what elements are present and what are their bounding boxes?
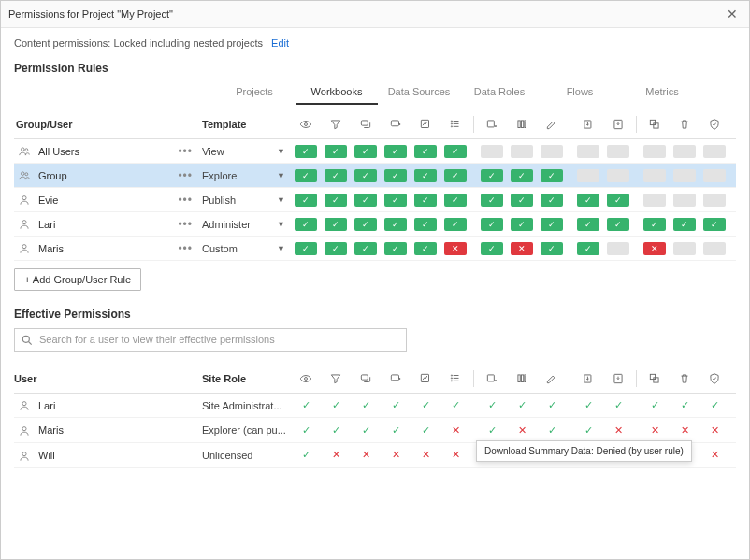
capability-cell[interactable] xyxy=(700,169,729,182)
capability-cell[interactable]: ✓ xyxy=(411,194,440,207)
template-dropdown[interactable]: ▼ xyxy=(271,220,291,229)
search-input[interactable] xyxy=(39,334,400,345)
effective-capability: ✓ xyxy=(381,424,411,437)
capability-cell[interactable] xyxy=(573,169,603,182)
capability-cell[interactable] xyxy=(670,169,700,182)
capability-cell[interactable]: ✓ xyxy=(537,242,567,255)
capability-cell[interactable] xyxy=(640,194,670,207)
capability-cell[interactable]: ✓ xyxy=(411,242,440,255)
template-dropdown[interactable]: ▼ xyxy=(271,195,291,205)
capability-cell[interactable]: ✓ xyxy=(351,145,381,158)
template-dropdown[interactable]: ▼ xyxy=(271,244,291,253)
capability-cell[interactable]: ✕ xyxy=(440,242,470,255)
capability-cell[interactable] xyxy=(507,145,537,158)
capability-cell[interactable] xyxy=(700,194,729,207)
capability-cell[interactable] xyxy=(700,145,729,158)
capability-cell[interactable]: ✓ xyxy=(573,218,603,231)
capability-cell[interactable]: ✓ xyxy=(537,169,567,182)
edit-link[interactable]: Edit xyxy=(271,37,289,49)
row-actions-menu[interactable]: ••• xyxy=(168,218,202,231)
capability-cell[interactable]: ✓ xyxy=(477,242,507,255)
capability-cell[interactable] xyxy=(603,242,633,255)
capability-cell[interactable]: ✓ xyxy=(291,169,321,182)
capability-cell[interactable]: ✓ xyxy=(291,218,321,231)
capability-cell[interactable]: ✓ xyxy=(291,145,321,158)
capability-cell[interactable]: ✓ xyxy=(351,169,381,182)
capability-cell[interactable] xyxy=(603,169,633,182)
capability-cell[interactable]: ✓ xyxy=(507,194,537,207)
svg-point-23 xyxy=(22,221,26,224)
capability-cell[interactable]: ✓ xyxy=(603,194,633,207)
capability-cell[interactable]: ✓ xyxy=(381,194,411,207)
row-actions-menu[interactable]: ••• xyxy=(168,194,202,207)
rule-row[interactable]: Maris•••Custom▼✓✓✓✓✓✕✓✕✓✓✕ xyxy=(14,237,736,261)
rule-row[interactable]: Evie•••Publish▼✓✓✓✓✓✓✓✓✓✓✓ xyxy=(14,188,736,212)
capability-cell[interactable]: ✓ xyxy=(440,194,470,207)
capability-cell[interactable] xyxy=(573,145,603,158)
row-actions-menu[interactable]: ••• xyxy=(168,145,202,158)
capability-cell[interactable]: ✓ xyxy=(321,145,351,158)
capability-cell[interactable]: ✓ xyxy=(411,169,440,182)
capability-cell[interactable] xyxy=(670,194,700,207)
capability-cell[interactable]: ✓ xyxy=(640,218,670,231)
effective-search[interactable] xyxy=(14,328,407,352)
capability-cell[interactable]: ✓ xyxy=(351,194,381,207)
capability-cell[interactable]: ✓ xyxy=(381,145,411,158)
capability-cell[interactable]: ✓ xyxy=(351,242,381,255)
effective-row[interactable]: LariSite Administrat...✓✓✓✓✓✓✓✓✓✓✓✓✓✓ xyxy=(14,394,736,419)
capability-cell[interactable]: ✓ xyxy=(603,218,633,231)
capability-cell[interactable]: ✓ xyxy=(321,218,351,231)
capability-cell[interactable]: ✓ xyxy=(507,218,537,231)
capability-cell[interactable]: ✓ xyxy=(321,169,351,182)
capability-cell[interactable] xyxy=(640,169,670,182)
capability-cell[interactable]: ✕ xyxy=(640,242,670,255)
tab-metrics[interactable]: Metrics xyxy=(621,80,703,105)
capability-cell[interactable] xyxy=(477,145,507,158)
template-dropdown[interactable]: ▼ xyxy=(271,171,291,180)
capability-cell[interactable]: ✓ xyxy=(291,194,321,207)
capability-cell[interactable]: ✓ xyxy=(440,169,470,182)
filter-icon xyxy=(321,372,351,385)
tab-data-roles[interactable]: Data Roles xyxy=(460,80,539,105)
capability-cell[interactable]: ✓ xyxy=(700,218,729,231)
close-icon[interactable]: ✕ xyxy=(723,7,742,22)
tab-projects[interactable]: Projects xyxy=(213,80,296,105)
capability-cell[interactable]: ✓ xyxy=(381,218,411,231)
capability-cell[interactable] xyxy=(670,145,700,158)
capability-cell[interactable]: ✓ xyxy=(477,169,507,182)
capability-cell[interactable]: ✓ xyxy=(411,145,440,158)
tab-data-sources[interactable]: Data Sources xyxy=(378,80,460,105)
capability-cell[interactable]: ✓ xyxy=(507,169,537,182)
capability-cell[interactable]: ✓ xyxy=(381,242,411,255)
capability-cell[interactable] xyxy=(603,145,633,158)
tab-workbooks[interactable]: Workbooks xyxy=(296,80,378,105)
tab-flows[interactable]: Flows xyxy=(539,80,621,105)
template-dropdown[interactable]: ▼ xyxy=(271,147,291,156)
capability-cell[interactable]: ✓ xyxy=(573,194,603,207)
rule-row[interactable]: Lari•••Administer▼✓✓✓✓✓✓✓✓✓✓✓✓✓✓ xyxy=(14,212,736,237)
rule-row[interactable]: All Users•••View▼✓✓✓✓✓✓ xyxy=(14,139,736,164)
capability-cell[interactable]: ✓ xyxy=(537,194,567,207)
capability-cell[interactable] xyxy=(640,145,670,158)
capability-cell[interactable] xyxy=(537,145,567,158)
capability-cell[interactable]: ✓ xyxy=(477,218,507,231)
rule-row[interactable]: Group•••Explore▼✓✓✓✓✓✓✓✓✓ xyxy=(14,164,736,188)
capability-cell[interactable]: ✓ xyxy=(351,218,381,231)
capability-cell[interactable]: ✓ xyxy=(477,194,507,207)
capability-cell[interactable]: ✓ xyxy=(411,218,440,231)
capability-cell[interactable] xyxy=(700,242,729,255)
capability-cell[interactable]: ✓ xyxy=(321,242,351,255)
row-actions-menu[interactable]: ••• xyxy=(168,169,202,182)
capability-cell[interactable]: ✓ xyxy=(291,242,321,255)
capability-cell[interactable]: ✓ xyxy=(440,145,470,158)
capability-cell[interactable]: ✓ xyxy=(670,218,700,231)
capability-cell[interactable]: ✓ xyxy=(440,218,470,231)
capability-cell[interactable]: ✓ xyxy=(321,194,351,207)
capability-cell[interactable] xyxy=(670,242,700,255)
capability-cell[interactable]: ✕ xyxy=(507,242,537,255)
capability-cell[interactable]: ✓ xyxy=(573,242,603,255)
row-actions-menu[interactable]: ••• xyxy=(168,242,202,255)
capability-cell[interactable]: ✓ xyxy=(537,218,567,231)
add-group-user-button[interactable]: + Add Group/User Rule xyxy=(14,268,141,291)
capability-cell[interactable]: ✓ xyxy=(381,169,411,182)
